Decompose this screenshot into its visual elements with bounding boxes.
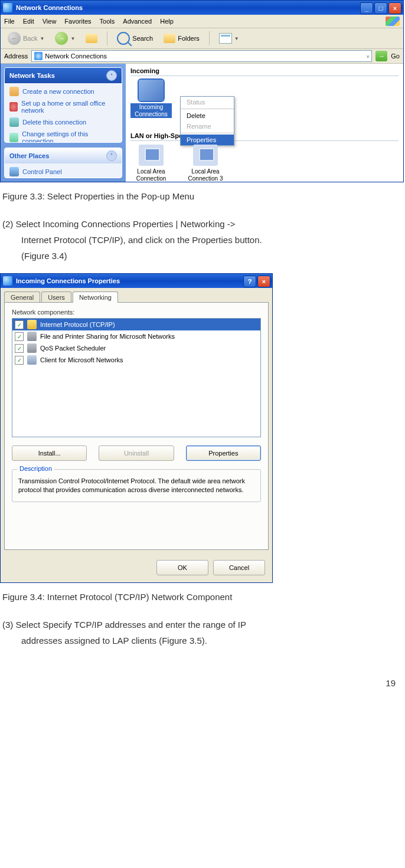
help-button[interactable]: ?: [243, 276, 256, 287]
separator: [209, 31, 210, 45]
client-icon: [27, 355, 37, 365]
menu-help[interactable]: Help: [160, 18, 174, 25]
task-change-settings[interactable]: Change settings of this connection: [9, 130, 117, 143]
cancel-button[interactable]: Cancel: [213, 560, 265, 575]
checkbox[interactable]: ✓: [15, 344, 24, 353]
menu-file[interactable]: File: [4, 18, 15, 25]
properties-button[interactable]: Properties: [186, 446, 261, 461]
address-field[interactable]: Network Connections v: [31, 50, 372, 62]
menu-favorites[interactable]: Favorites: [64, 18, 91, 25]
description-group: Description Transmission Control Protoco…: [12, 469, 261, 502]
close-button[interactable]: ×: [257, 276, 270, 287]
back-button[interactable]: ← Back ▼: [4, 31, 48, 46]
ok-button[interactable]: OK: [156, 560, 208, 575]
task-label: Change settings of this connection: [22, 130, 117, 143]
step2-line2: Internet Protocol (TCP/IP), and click on…: [2, 232, 403, 248]
tab-strip: General Users Networking: [1, 288, 272, 303]
protocol-icon: [27, 320, 37, 329]
tab-users[interactable]: Users: [41, 291, 71, 303]
settings-icon: [9, 133, 18, 142]
item-label: Local Area Connection 3: [185, 168, 226, 182]
network-components-list[interactable]: ✓ Internet Protocol (TCP/IP) ✓ File and …: [12, 318, 261, 437]
separator: [181, 109, 234, 109]
netconn-icon: [3, 3, 12, 12]
collapse-icon[interactable]: ˄: [106, 70, 117, 81]
tab-general[interactable]: General: [4, 291, 40, 303]
side-panel: Network Tasks ˄ Create a new connection …: [1, 64, 126, 182]
forward-arrow-icon: →: [55, 32, 68, 45]
list-item-label: QoS Packet Scheduler: [40, 345, 106, 352]
folders-icon: [164, 34, 175, 43]
network-tasks-header[interactable]: Network Tasks ˄: [5, 68, 122, 83]
menu-edit[interactable]: Edit: [23, 18, 34, 25]
separator: [107, 31, 107, 45]
group-lan: LAN or High-Speed Internet: [130, 131, 399, 141]
task-delete-connection[interactable]: Delete this connection: [9, 117, 117, 127]
page-number: 19: [0, 654, 405, 688]
task-label: Delete this connection: [22, 119, 86, 126]
link-control-panel[interactable]: Control Panel: [9, 167, 117, 176]
menu-advanced[interactable]: Advanced: [123, 18, 152, 25]
lan-icon: [193, 145, 218, 166]
collapse-icon[interactable]: ˄: [106, 150, 117, 161]
folders-button[interactable]: Folders: [160, 32, 203, 44]
step-3-text: (3) Select Specify TCP/IP addresses and …: [0, 611, 405, 654]
install-button[interactable]: Install...: [12, 446, 87, 461]
chevron-down-icon: ▼: [234, 36, 239, 41]
folder-up-icon: [86, 34, 97, 43]
list-item-qos[interactable]: ✓ QoS Packet Scheduler: [12, 342, 260, 354]
button-label: Properties: [208, 450, 238, 457]
new-connection-icon: [9, 87, 19, 96]
menu-view[interactable]: View: [43, 18, 57, 25]
dialog-title: Incoming Connections Properties: [16, 277, 120, 284]
title-bar[interactable]: Incoming Connections Properties ? ×: [1, 274, 272, 288]
checkbox[interactable]: ✓: [15, 356, 24, 365]
folder-view[interactable]: Incoming Incoming Connections Status Del…: [126, 64, 403, 182]
close-button[interactable]: ×: [388, 2, 401, 14]
properties-dialog: Incoming Connections Properties ? × Gene…: [0, 273, 273, 583]
incoming-connection-item[interactable]: Incoming Connections: [130, 80, 172, 118]
window-title: Network Connections: [16, 4, 83, 11]
menu-properties[interactable]: Properties: [181, 135, 234, 145]
button-label: Install...: [38, 450, 61, 457]
list-item-tcpip[interactable]: ✓ Internet Protocol (TCP/IP): [12, 319, 260, 330]
list-item-file-sharing[interactable]: ✓ File and Printer Sharing for Microsoft…: [12, 330, 260, 342]
go-button[interactable]: →: [375, 51, 387, 61]
chevron-down-icon: ▼: [40, 36, 44, 41]
list-item-label: Client for Microsoft Networks: [40, 356, 123, 363]
lan-connection-item[interactable]: Local Area Connection 3: [185, 145, 226, 182]
task-label: Create a new connection: [22, 88, 94, 95]
tab-networking[interactable]: Networking: [73, 291, 118, 303]
chevron-down-icon[interactable]: v: [367, 54, 369, 59]
figure-caption-3-3: Figure 3.3: Select Properties in the Pop…: [0, 182, 405, 210]
forward-button[interactable]: → ▼: [51, 31, 79, 46]
lan-connection-item[interactable]: Local Area Connection: [130, 145, 172, 182]
service-icon: [27, 343, 37, 353]
back-arrow-icon: ←: [8, 32, 21, 45]
step3-line2: addresses assigned to LAP clients (Figur…: [2, 633, 403, 648]
list-item-client[interactable]: ✓ Client for Microsoft Networks: [12, 354, 260, 366]
tab-page-networking: Network components: ✓ Internet Protocol …: [4, 302, 269, 550]
search-button[interactable]: Search: [113, 31, 156, 46]
checkbox[interactable]: ✓: [15, 320, 24, 329]
views-button[interactable]: ▼: [215, 32, 243, 45]
maximize-button[interactable]: □: [374, 2, 387, 14]
up-button[interactable]: [82, 32, 101, 44]
task-setup-network[interactable]: Set up a home or small office network: [9, 100, 117, 114]
control-panel-icon: [9, 167, 19, 176]
minimize-button[interactable]: _: [360, 2, 373, 14]
menu-rename: Rename: [181, 121, 234, 132]
other-places-header[interactable]: Other Places ˄: [5, 148, 122, 163]
separator: [181, 133, 234, 133]
context-menu: Status Delete Rename Properties: [180, 96, 234, 146]
button-label: Cancel: [229, 564, 249, 571]
menu-tools[interactable]: Tools: [100, 18, 115, 25]
checkbox[interactable]: ✓: [15, 332, 24, 341]
link-label: Control Panel: [22, 168, 62, 175]
windows-flag-icon: [386, 17, 400, 26]
chevron-down-icon: ▼: [70, 36, 75, 41]
menu-delete[interactable]: Delete: [181, 110, 234, 121]
title-bar[interactable]: Network Connections _ □ ×: [1, 1, 403, 15]
button-label: Uninstall: [124, 450, 149, 457]
task-create-connection[interactable]: Create a new connection: [9, 87, 117, 96]
